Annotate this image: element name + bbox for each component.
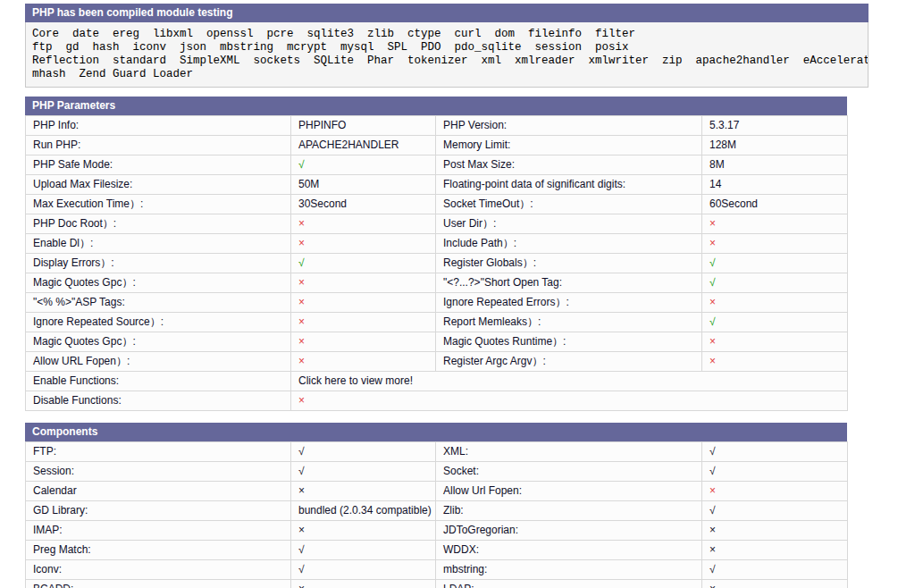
table-row: Enable Dl）:×Include Path）:×: [26, 234, 848, 254]
param-label: PHP Safe Mode:: [26, 155, 291, 175]
param-label: Post Max Size:: [436, 155, 702, 175]
cross-mark: ×: [702, 293, 848, 313]
param-label: Upload Max Filesize:: [26, 175, 291, 195]
table-row: Iconv:√mbstring:√: [26, 560, 848, 580]
table-row: GD Library:bundled (2.0.34 compatible)Zl…: [26, 501, 848, 521]
components-table: FTP:√XML:√Session:√Socket:√Calendar×Allo…: [25, 441, 848, 588]
param-value: PHPINFO: [291, 116, 436, 136]
param-label: Magic Quotes Gpc）:: [26, 273, 291, 293]
param-label: Socket TimeOut）:: [436, 195, 702, 214]
table-row: Calendar×Allow Url Fopen:×: [26, 482, 848, 501]
param-label: Register Argc Argv）:: [436, 352, 702, 372]
table-row: PHP Safe Mode:√Post Max Size:8M: [26, 155, 848, 175]
table-row: Disable Functions:×: [26, 391, 848, 411]
parameters-section: PHP Parameters PHP Info:PHPINFOPHP Versi…: [25, 97, 847, 411]
param-label: Enable Functions:: [26, 372, 291, 391]
param-label: Allow Url Fopen:: [436, 482, 702, 501]
table-row: Session:√Socket:√: [26, 462, 848, 482]
parameters-section-header: PHP Parameters: [25, 97, 847, 115]
cross-mark: ×: [702, 332, 848, 352]
check-mark: √: [702, 273, 848, 293]
cross-mark: ×: [702, 234, 848, 254]
param-label: Magic Quotes Runtime）:: [436, 332, 702, 352]
param-label: "<?...?>"Short Open Tag:: [436, 273, 702, 293]
table-row: Magic Quotes Gpc）:×"<?...?>"Short Open T…: [26, 273, 848, 293]
check-mark: √: [702, 442, 848, 462]
param-label: Calendar: [26, 482, 291, 501]
modules-section: PHP has been compiled module testing Cor…: [25, 4, 868, 88]
param-label: Memory Limit:: [436, 136, 702, 155]
table-row: Ignore Repeated Source）:×Report Memleaks…: [26, 313, 848, 332]
param-label: PHP Version:: [436, 116, 702, 136]
check-mark: √: [702, 462, 848, 482]
param-label: Disable Functions:: [26, 391, 291, 411]
param-label: Zlib:: [436, 501, 702, 521]
check-mark: √: [702, 313, 848, 332]
check-mark: √: [702, 560, 848, 580]
param-label: Ignore Repeated Source）:: [26, 313, 291, 332]
param-label: GD Library:: [26, 501, 291, 521]
cross-mark: ×: [702, 541, 848, 560]
components-section: Components FTP:√XML:√Session:√Socket:√Ca…: [25, 423, 847, 588]
param-label: LDAP:: [436, 580, 702, 588]
param-label: Iconv:: [26, 560, 291, 580]
table-row: PHP Doc Root）:×User Dir）:×: [26, 214, 848, 234]
parameters-table: PHP Info:PHPINFOPHP Version:5.3.17Run PH…: [25, 115, 848, 411]
param-label: Session:: [26, 462, 291, 482]
cross-mark: ×: [702, 482, 848, 501]
param-label: Preg Match:: [26, 541, 291, 560]
table-row: Allow URL Fopen）:×Register Argc Argv）:×: [26, 352, 848, 372]
param-value: APACHE2HANDLER: [291, 136, 436, 155]
param-value: 30Second: [291, 195, 436, 214]
check-mark: √: [291, 462, 436, 482]
table-row: FTP:√XML:√: [26, 442, 848, 462]
param-label: Magic Quotes Gpc）:: [26, 332, 291, 352]
cross-mark: ×: [702, 352, 848, 372]
param-label: Floating-point data of significant digit…: [436, 175, 702, 195]
param-label: WDDX:: [436, 541, 702, 560]
check-mark: √: [291, 442, 436, 462]
module-list: Core date ereg libxml openssl pcre sqlit…: [25, 22, 868, 88]
check-mark: √: [702, 501, 848, 521]
table-row: Run PHP:APACHE2HANDLERMemory Limit:128M: [26, 136, 848, 155]
param-label: FTP:: [26, 442, 291, 462]
table-row: Magic Quotes Gpc）:×Magic Quotes Runtime）…: [26, 332, 848, 352]
table-row: Preg Match:√WDDX:×: [26, 541, 848, 560]
cross-mark: ×: [291, 580, 436, 588]
table-row: "<% %>"ASP Tags:×Ignore Repeated Errors）…: [26, 293, 848, 313]
param-label: XML:: [436, 442, 702, 462]
cross-mark: ×: [702, 214, 848, 234]
param-value: 14: [702, 175, 848, 195]
cross-mark: ×: [291, 214, 436, 234]
param-label: Enable Dl）:: [26, 234, 291, 254]
table-row: Max Execution Time）:30SecondSocket TimeO…: [26, 195, 848, 214]
cross-mark: ×: [291, 521, 436, 541]
cross-mark: ×: [291, 482, 436, 501]
cross-mark: ×: [702, 580, 848, 588]
check-mark: √: [291, 560, 436, 580]
cross-mark: ×: [291, 352, 436, 372]
table-row: BCADD:×LDAP:×: [26, 580, 848, 588]
param-label: Include Path）:: [436, 234, 702, 254]
param-value: 8M: [702, 155, 848, 175]
table-row: Enable Functions:Click here to view more…: [26, 372, 848, 391]
view-more-link[interactable]: Click here to view more!: [291, 372, 848, 391]
param-label: Max Execution Time）:: [26, 195, 291, 214]
check-mark: √: [702, 254, 848, 273]
cross-mark: ×: [291, 234, 436, 254]
param-value: bundled (2.0.34 compatible): [291, 501, 436, 521]
param-label: User Dir）:: [436, 214, 702, 234]
param-label: Display Errors）:: [26, 254, 291, 273]
param-label: Allow URL Fopen）:: [26, 352, 291, 372]
table-row: PHP Info:PHPINFOPHP Version:5.3.17: [26, 116, 848, 136]
table-row: Upload Max Filesize:50MFloating-point da…: [26, 175, 848, 195]
cross-mark: ×: [291, 391, 848, 411]
cross-mark: ×: [291, 293, 436, 313]
cross-mark: ×: [702, 521, 848, 541]
cross-mark: ×: [291, 313, 436, 332]
table-row: Display Errors）:√Register Globals）:√: [26, 254, 848, 273]
check-mark: √: [291, 541, 436, 560]
check-mark: √: [291, 155, 436, 175]
param-value: 50M: [291, 175, 436, 195]
modules-section-header: PHP has been compiled module testing: [25, 4, 868, 22]
